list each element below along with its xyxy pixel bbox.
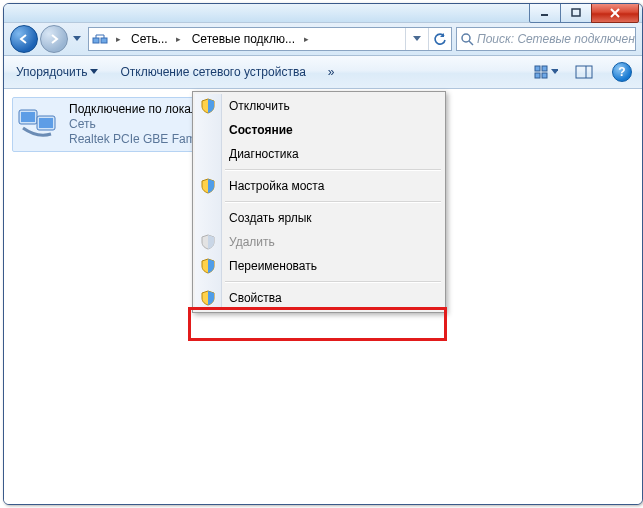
maximize-button[interactable] [560,3,592,23]
ctx-bridge[interactable]: Настройка моста [195,174,443,198]
chevron-down-icon [90,69,98,75]
disable-device-label: Отключение сетевого устройства [120,65,305,79]
context-menu: Отключить Состояние Диагностика Настройк… [192,91,446,313]
svg-rect-14 [542,73,547,78]
ctx-properties[interactable]: Свойства [195,286,443,310]
search-box[interactable]: Поиск: Сетевые подключения [456,27,636,51]
breadcrumb-arrow-2[interactable]: ▸ [299,28,313,50]
titlebar [4,4,642,23]
disable-device-button[interactable]: Отключение сетевого устройства [116,63,309,81]
ctx-label: Отключить [229,99,290,113]
shield-icon [200,258,216,274]
address-bar[interactable]: ▸ Сеть... ▸ Сетевые подклю... ▸ [88,27,452,51]
svg-rect-18 [21,112,35,122]
ctx-label: Состояние [229,123,293,137]
ctx-delete: Удалить [195,230,443,254]
minimize-button[interactable] [529,3,561,23]
ctx-shortcut[interactable]: Создать ярлык [195,206,443,230]
back-button[interactable] [10,25,38,53]
svg-line-10 [469,41,473,45]
shield-icon [200,178,216,194]
breadcrumb-seg-2[interactable]: Сетевые подклю... [186,28,299,50]
content-area: Подключение по локальной сети Сеть Realt… [4,89,642,505]
shield-icon [200,98,216,114]
breadcrumb-arrow-1[interactable]: ▸ [172,28,186,50]
shield-icon [200,290,216,306]
help-button[interactable]: ? [610,61,634,83]
highlight-annotation [188,307,447,341]
connection-icon [17,102,61,142]
nav-history-dropdown[interactable] [70,29,84,49]
ctx-label: Настройка моста [229,179,324,193]
shield-icon [200,234,216,250]
svg-rect-1 [572,9,580,16]
breadcrumb-seg-1[interactable]: Сеть... [125,28,172,50]
preview-pane-button[interactable] [572,61,596,83]
ctx-label: Диагностика [229,147,299,161]
svg-rect-5 [101,38,107,43]
search-icon [457,33,477,46]
ctx-status[interactable]: Состояние [195,118,443,142]
ctx-label: Создать ярлык [229,211,312,225]
refresh-button[interactable] [428,28,451,50]
navbar: ▸ Сеть... ▸ Сетевые подклю... ▸ Поиск: С… [4,23,642,56]
svg-rect-12 [542,66,547,71]
window-controls [530,3,639,23]
ctx-label: Удалить [229,235,275,249]
close-button[interactable] [591,3,639,23]
ctx-disable[interactable]: Отключить [195,94,443,118]
ctx-separator [225,201,441,203]
forward-button[interactable] [40,25,68,53]
svg-rect-4 [93,38,99,43]
breadcrumb-root-arrow[interactable]: ▸ [111,28,125,50]
organize-button[interactable]: Упорядочить [12,63,102,81]
ctx-rename[interactable]: Переименовать [195,254,443,278]
help-icon: ? [612,62,632,82]
nav-arrows [10,25,84,53]
explorer-window: ▸ Сеть... ▸ Сетевые подклю... ▸ Поиск: С… [3,3,643,505]
svg-rect-20 [39,118,53,128]
organize-label: Упорядочить [16,65,87,79]
svg-point-9 [462,34,470,42]
ctx-diagnose[interactable]: Диагностика [195,142,443,166]
ctx-label: Свойства [229,291,282,305]
view-options-button[interactable] [534,61,558,83]
toolbar-more[interactable]: » [324,63,339,81]
svg-rect-11 [535,66,540,71]
ctx-separator [225,169,441,171]
ctx-separator [225,281,441,283]
toolbar-more-label: » [328,65,335,79]
search-placeholder: Поиск: Сетевые подключения [477,32,635,46]
ctx-label: Переименовать [229,259,317,273]
toolbar: Упорядочить Отключение сетевого устройст… [4,56,642,89]
location-icon [91,31,109,47]
address-dropdown[interactable] [405,28,428,50]
chevron-down-icon [551,69,558,75]
svg-rect-13 [535,73,540,78]
svg-rect-15 [576,66,592,78]
